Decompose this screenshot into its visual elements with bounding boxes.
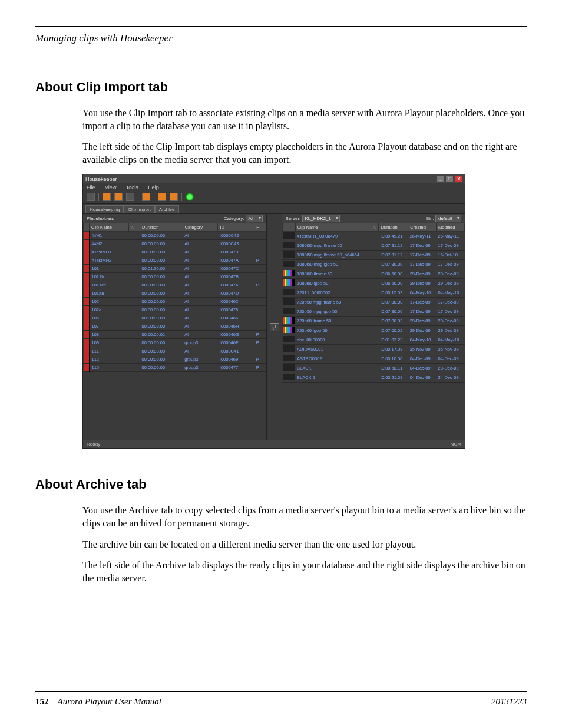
- cell-clipname: 102: [90, 298, 129, 306]
- cell-clipname: 107: [90, 322, 129, 331]
- new-icon[interactable]: [87, 193, 95, 201]
- table-row[interactable]: 1011cc00:00:00.00AllI0000474P: [84, 281, 266, 289]
- col-duration[interactable]: Duration: [140, 223, 183, 232]
- para-clip-import-2: The left side of the Clip Import tab dis…: [82, 140, 527, 166]
- menu-file[interactable]: File: [87, 185, 95, 190]
- col-created[interactable]: Created: [408, 223, 437, 232]
- cell-modified: 23-Dec-09: [437, 364, 465, 373]
- table-row[interactable]: 72011_00I00002I0:00:15.0304-May-1004-May…: [282, 288, 465, 298]
- table-row[interactable]: #TestMH1_00I00479I0:09:49.2126-May-1126-…: [282, 232, 465, 241]
- delete-all-icon[interactable]: [114, 193, 123, 201]
- link-clip-icon[interactable]: [158, 193, 166, 201]
- table-row[interactable]: 720p60 lgop 50I0:07:00.0229-Dec-0929-Dec…: [282, 326, 465, 335]
- cell-modified: 15-Oct-10: [437, 251, 465, 260]
- col-duration[interactable]: Duration: [379, 223, 408, 232]
- cell-clipname: 1080i60 iframe 50: [295, 269, 371, 279]
- category-label: Category:: [224, 216, 244, 221]
- menu-help[interactable]: Help: [148, 185, 159, 190]
- table-row[interactable]: 1080i50 mpg iframe 50I0:07:31.1217-Dec-0…: [282, 241, 465, 251]
- table-row[interactable]: 720p50 mpg iframe 50I0:07:30.0017-Dec-09…: [282, 298, 465, 307]
- table-row[interactable]: 11200:00:00.00group3I0000469P: [84, 355, 266, 364]
- cell-thumbnail: [282, 326, 295, 335]
- menu-tools[interactable]: Tools: [126, 185, 138, 190]
- table-row[interactable]: 1080i60 lgop 50I0:06:50.0029-Dec-0929-De…: [282, 279, 465, 288]
- table-row[interactable]: 10700:00:00.00AllI000046H: [84, 322, 266, 331]
- cell-id: I000046G: [218, 331, 254, 339]
- table-row[interactable]: 1080i60 iframe 50I0:06:50.0029-Dec-0929-…: [282, 269, 465, 279]
- cell-category: All: [183, 322, 218, 331]
- table-row[interactable]: 10200:00:00.00AllI0000462: [84, 298, 266, 306]
- status-bar-cell: [84, 298, 90, 306]
- table-row[interactable]: 11100:00:00.00AllI0000C41: [84, 347, 266, 355]
- cell-id: I0000477: [218, 364, 254, 372]
- table-row[interactable]: ##H200:00:00.00AllI0000C43: [84, 240, 266, 248]
- table-row[interactable]: abc_00I00000I0:01:03.2304-May-1004-May-1…: [282, 335, 465, 345]
- cell-p: [254, 240, 266, 248]
- table-row[interactable]: ADIDAS0001I0:00:17.0825-Nov-0925-Nov-09: [282, 345, 465, 354]
- table-row[interactable]: 11500:00:00.00group3I0000477P: [84, 364, 266, 372]
- cell-thumbnail: [282, 307, 295, 317]
- clip-thumbnail-icon: [283, 355, 295, 361]
- table-row[interactable]: 1080i50 mpg lgop 50I0:07:30.0017-Dec-091…: [282, 260, 465, 269]
- running-head: Managing clips with Housekeeper: [35, 32, 527, 44]
- link-toggle-icon[interactable]: ⇄: [270, 323, 279, 331]
- col-sort[interactable]: △: [371, 223, 379, 232]
- cell-created: 04-Dec-09: [408, 373, 437, 383]
- cell-modified: 17-Dec-09: [437, 298, 465, 307]
- table-row[interactable]: 101aa00:00:00.00AllI000047D: [84, 289, 266, 298]
- table-row[interactable]: BLACKI0:00:50.1104-Dec-0923-Dec-09: [282, 364, 465, 373]
- cell-clipname: 102a: [90, 306, 129, 314]
- window-minimize[interactable]: _: [437, 176, 444, 182]
- unlink-clip-icon[interactable]: [170, 193, 178, 201]
- col-clipname[interactable]: Clip Name: [90, 223, 129, 232]
- clear-icon[interactable]: [126, 193, 134, 201]
- table-row[interactable]: BLACK-1I0:00:21.0904-Dec-0924-Dec-09: [282, 373, 465, 383]
- col-p[interactable]: P: [254, 223, 266, 232]
- col-modified[interactable]: Modified: [437, 223, 465, 232]
- table-row[interactable]: #TestMH200:00:00.00AllI000047AP: [84, 256, 266, 265]
- cell-created: 04-Dec-09: [408, 364, 437, 373]
- table-row[interactable]: #TestMH100:00:00.00AllI0000479: [84, 248, 266, 256]
- cell-created: 29-Dec-09: [408, 269, 437, 279]
- table-row[interactable]: 720p50 mpg lgop 50I0:07:30.0017-Dec-0917…: [282, 307, 465, 317]
- bin-dropdown[interactable]: default: [435, 215, 461, 222]
- status-right: NUM: [451, 442, 461, 447]
- table-row[interactable]: ##H100:00:00.00AllI0000C42: [84, 232, 266, 240]
- cell-duration: I0:00:10.00: [379, 354, 408, 364]
- cell-thumbnail: [282, 288, 295, 298]
- cell-id: I000047B: [218, 273, 254, 281]
- table-row[interactable]: ASTRO0002I0:00:10.0004-Dec-0904-Dec-09: [282, 354, 465, 364]
- delete-icon[interactable]: [103, 193, 111, 201]
- table-row[interactable]: 10600:00:00.00AllI000046K: [84, 314, 266, 322]
- cell-modified: 26-May-11: [437, 232, 465, 241]
- col-sort[interactable]: △: [128, 223, 140, 232]
- cell-p: [254, 347, 266, 355]
- window-close[interactable]: X: [455, 176, 462, 182]
- col-id[interactable]: ID: [218, 223, 254, 232]
- placeholders-grid[interactable]: Clip Name △ Duration Category ID P ##H10…: [83, 223, 266, 440]
- table-row[interactable]: 720p60 iframe 50I0:07:00.0229-Dec-0929-D…: [282, 317, 465, 326]
- menu-view[interactable]: View: [105, 185, 116, 190]
- table-row[interactable]: 10100:01:30.00AllI000047C: [84, 265, 266, 273]
- category-dropdown[interactable]: All: [246, 215, 263, 222]
- table-row[interactable]: 102a00:00:00.00AllI0000478: [84, 306, 266, 314]
- cell-clipname: 1011cc: [90, 281, 129, 289]
- status-bar-cell: [84, 347, 90, 355]
- tab-housekeeping[interactable]: Housekeeping: [85, 205, 124, 213]
- tab-clip-import[interactable]: Clip Import: [124, 205, 155, 213]
- col-clipname[interactable]: Clip Name: [295, 223, 371, 232]
- cell-p: [254, 232, 266, 240]
- table-row[interactable]: 1080i50 mpg iframe 50_a64654I0:07:31.121…: [282, 251, 465, 260]
- cell-modified: 25-Nov-09: [437, 345, 465, 354]
- table-row[interactable]: 1011b00:00:00.00AllI000047B: [84, 273, 266, 281]
- clip-thumbnail-icon: [283, 251, 295, 258]
- cell-p: [254, 273, 266, 281]
- table-row[interactable]: 10900:00:00.00group3I000046FP: [84, 339, 266, 347]
- window-maximize[interactable]: □: [446, 176, 453, 182]
- server-clips-grid[interactable]: Clip Name △ Duration Created Modified #T…: [282, 223, 465, 440]
- tab-archive[interactable]: Archive: [155, 205, 179, 213]
- server-dropdown[interactable]: KL_HDK2_1: [302, 215, 340, 222]
- refresh-icon[interactable]: [142, 193, 150, 201]
- col-category[interactable]: Category: [183, 223, 218, 232]
- table-row[interactable]: 10800:00:05.01AllI000046GP: [84, 331, 266, 339]
